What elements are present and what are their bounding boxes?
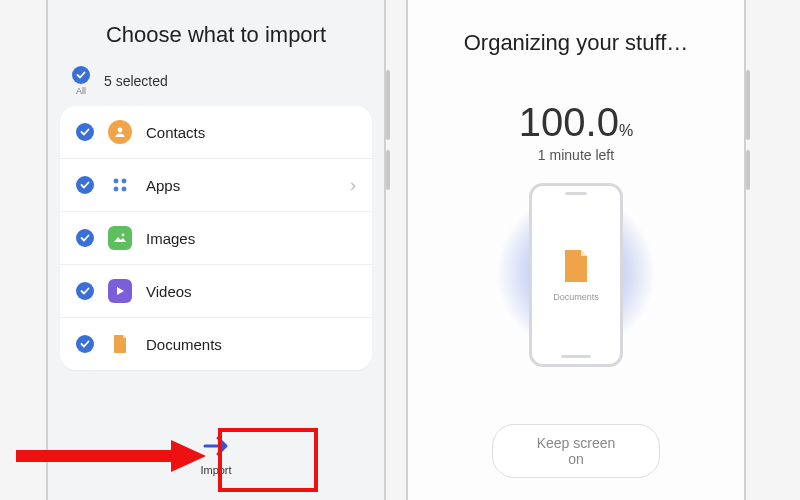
checkmark-icon[interactable] (76, 176, 94, 194)
svg-point-2 (122, 179, 127, 184)
category-label: Contacts (146, 124, 356, 141)
category-label: Apps (146, 177, 336, 194)
category-label: Videos (146, 283, 356, 300)
progress-percent: 100.0% (408, 100, 744, 145)
contacts-icon (108, 120, 132, 144)
list-item-videos[interactable]: Videos (60, 265, 372, 318)
category-label: Images (146, 230, 356, 247)
svg-point-4 (122, 187, 127, 192)
phone-side-button (746, 150, 750, 190)
svg-point-0 (118, 128, 123, 133)
arrow-right-icon (201, 434, 231, 462)
import-category-list: Contacts Apps › Images Videos (60, 106, 372, 370)
list-item-contacts[interactable]: Contacts (60, 106, 372, 159)
apps-icon (108, 173, 132, 197)
time-remaining: 1 minute left (408, 147, 744, 163)
import-label: Import (200, 464, 231, 476)
device-illustration: Documents (408, 183, 744, 367)
checkmark-icon[interactable] (76, 335, 94, 353)
page-title: Choose what to import (48, 0, 384, 66)
import-button[interactable]: Import (170, 424, 261, 486)
all-label: All (76, 86, 86, 96)
phone-side-button (746, 70, 750, 140)
phone-side-button (386, 70, 390, 140)
videos-icon (108, 279, 132, 303)
current-item-label: Documents (553, 292, 599, 302)
svg-point-3 (114, 187, 119, 192)
category-label: Documents (146, 336, 356, 353)
phone-side-button (386, 150, 390, 190)
page-title: Organizing your stuff… (408, 0, 744, 70)
keep-screen-on-button[interactable]: Keep screen on (492, 424, 660, 478)
documents-icon (561, 248, 591, 288)
checkmark-icon[interactable] (72, 66, 90, 84)
svg-point-1 (114, 179, 119, 184)
list-item-images[interactable]: Images (60, 212, 372, 265)
phone-import-select: Choose what to import All 5 selected Con… (46, 0, 386, 500)
list-item-documents[interactable]: Documents (60, 318, 372, 370)
percent-unit: % (619, 122, 633, 139)
checkmark-icon[interactable] (76, 229, 94, 247)
images-icon (108, 226, 132, 250)
list-item-apps[interactable]: Apps › (60, 159, 372, 212)
percent-value: 100.0 (519, 100, 619, 144)
selected-count: 5 selected (104, 73, 168, 89)
select-all-row[interactable]: All 5 selected (48, 66, 384, 106)
checkmark-icon[interactable] (76, 282, 94, 300)
phone-outline-icon: Documents (529, 183, 623, 367)
phone-organizing: Organizing your stuff… 100.0% 1 minute l… (406, 0, 746, 500)
svg-point-5 (122, 234, 125, 237)
documents-icon (108, 332, 132, 356)
chevron-right-icon: › (350, 175, 356, 196)
checkmark-icon[interactable] (76, 123, 94, 141)
